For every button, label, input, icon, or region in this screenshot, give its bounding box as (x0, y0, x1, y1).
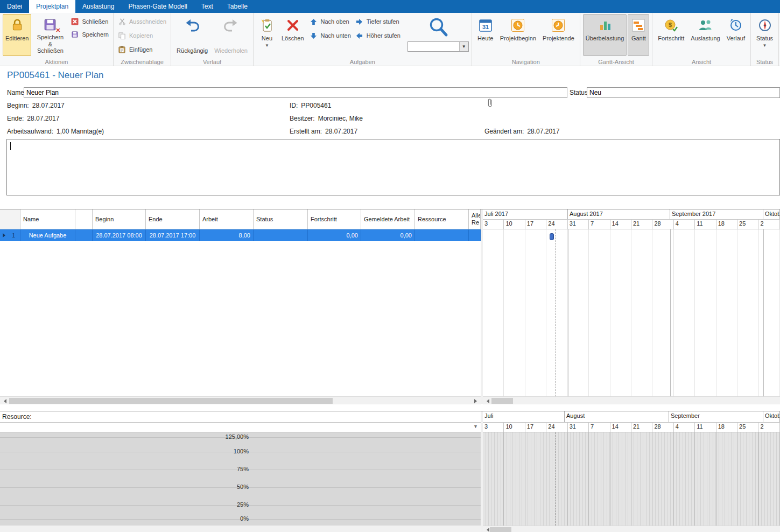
schliessen-button[interactable]: Schließen (69, 17, 110, 26)
tab-tabelle[interactable]: Tabelle (220, 0, 255, 13)
name-input[interactable] (24, 87, 567, 98)
nach-unten-button[interactable]: Nach unten (308, 31, 353, 40)
progress-icon: $ (663, 17, 679, 33)
ribbon-group-status: Status ▼ Status (751, 13, 779, 66)
fortschritt-button[interactable]: $ Fortschritt (655, 14, 687, 56)
search-icon[interactable] (427, 17, 449, 38)
svg-text:31: 31 (482, 24, 489, 30)
column-header-status[interactable]: Status (254, 209, 308, 229)
scroll-thumb[interactable] (491, 398, 513, 404)
gantt-icon (630, 17, 647, 33)
column-header-name[interactable]: Name (20, 209, 75, 229)
scroll-thumb[interactable] (9, 398, 333, 404)
task-grid-rows: 1Neue Aufgabe28.07.2017 08:0028.07.2017 … (0, 229, 481, 241)
auslastung-button[interactable]: Auslastung (688, 14, 722, 56)
ribbon-group-zwischenablage: Ausschneiden Kopieren Einfügen Zwischena… (114, 13, 171, 66)
week-gridline (589, 229, 610, 396)
tab-projektplan[interactable]: Projektplan (29, 0, 75, 13)
week-gridline (483, 229, 504, 396)
gantt-day-header: 310172431714212841118252 (483, 220, 780, 229)
column-header-beginn[interactable]: Beginn (93, 209, 146, 229)
timeline-day: 28 (652, 220, 673, 229)
timeline-month: Juli 2017 (483, 209, 568, 219)
main-split: NameBeginnEndeArbeitStatusFortschrittGem… (0, 209, 780, 404)
task-filter-dropdown-button[interactable]: ▼ (459, 42, 468, 51)
projektbeginn-button[interactable]: Projektbeginn (497, 14, 539, 56)
ueberbelastung-label: Überbelastung (586, 35, 624, 42)
scroll-thumb[interactable] (490, 527, 511, 532)
status-button[interactable]: Status ▼ (754, 14, 776, 56)
wiederholen-button[interactable]: Wiederholen (212, 14, 250, 56)
ausschneiden-button[interactable]: Ausschneiden (116, 17, 168, 26)
week-gridline (610, 229, 631, 396)
tiefer-stufen-button[interactable]: Tiefer stufen (354, 17, 402, 26)
tab-phasen-gate-modell[interactable]: Phasen-Gate Modell (121, 0, 194, 13)
scroll-left-button[interactable] (0, 397, 8, 404)
overload-icon (597, 17, 613, 33)
ribbon-group-aktionen: Editieren ✕ Speichern & Schließen Schlie… (0, 13, 114, 66)
group-label-ansicht: Ansicht (652, 59, 750, 65)
column-header-blank[interactable] (75, 209, 93, 229)
column-header-arbeit[interactable]: Arbeit (200, 209, 254, 229)
chevron-down-icon: ▼ (265, 44, 269, 48)
tab-auslastung[interactable]: Auslastung (75, 0, 121, 13)
timeline-day: 11 (695, 220, 716, 229)
kopieren-button[interactable]: Kopieren (116, 31, 168, 40)
ribbon: Editieren ✕ Speichern & Schließen Schlie… (0, 13, 780, 66)
gantt-toggle[interactable]: Gantt (628, 14, 649, 56)
notes-textarea[interactable] (6, 139, 780, 195)
chart-y-label: 0% (0, 515, 249, 522)
week-gridline (546, 229, 567, 396)
week-gridline (652, 432, 673, 526)
week-gridline (589, 432, 610, 526)
verlauf-button[interactable]: Verlauf (724, 14, 748, 56)
arrow-right-icon (355, 17, 364, 26)
group-label-verlauf: Verlauf (171, 59, 253, 65)
task-row[interactable]: 1Neue Aufgabe28.07.2017 08:0028.07.2017 … (0, 229, 481, 241)
loeschen-button[interactable]: Löschen (279, 14, 307, 56)
wiederholen-label: Wiederholen (214, 47, 248, 54)
verlauf-ansicht-label: Verlauf (727, 35, 745, 42)
week-gridline (759, 432, 780, 526)
tab-datei[interactable]: Datei (0, 0, 29, 13)
scroll-left-button[interactable] (483, 397, 491, 404)
speichern-button[interactable]: Speichern (69, 30, 110, 39)
speichern-schliessen-button[interactable]: ✕ Speichern & Schließen (32, 14, 68, 56)
task-filter-input[interactable] (408, 42, 459, 51)
save-icon (71, 30, 79, 39)
status-input[interactable] (587, 87, 780, 98)
paperclip-icon[interactable] (487, 97, 493, 108)
close-icon (71, 17, 79, 26)
chevron-down-icon: ▼ (462, 44, 466, 49)
task-cell (469, 229, 481, 241)
editieren-label: Editieren (5, 35, 29, 42)
column-header-fortschritt[interactable]: Fortschritt (308, 209, 361, 229)
task-cell (75, 229, 93, 241)
scroll-right-button[interactable] (473, 397, 481, 404)
column-header-ressource[interactable]: Ressource (415, 209, 469, 229)
chevron-down-icon[interactable]: ▼ (473, 424, 478, 429)
neu-button[interactable]: Neu ▼ (256, 14, 278, 56)
tab-text[interactable]: Text (194, 0, 220, 13)
chevron-down-icon: ▼ (763, 44, 767, 48)
column-header-gemeldete-arbeit[interactable]: Gemeldete Arbeit (361, 209, 415, 229)
column-header-ende[interactable]: Ende (146, 209, 200, 229)
ueberbelastung-toggle[interactable]: Überbelastung (583, 14, 627, 56)
heute-button[interactable]: 31 Heute (475, 14, 496, 56)
editieren-button[interactable]: Editieren (3, 14, 31, 56)
column-header-blank[interactable] (0, 209, 20, 229)
save-close-icon: ✕ (42, 17, 58, 32)
nach-oben-label: Nach oben (321, 18, 349, 25)
rueckgaengig-button[interactable]: Rückgängig (174, 14, 210, 56)
timeline-day: 24 (546, 423, 567, 432)
timeline-day: 14 (610, 423, 631, 432)
besitzer-field: Besitzer:Morciniec, Mike (290, 115, 363, 122)
arbeitsaufwand-field: Arbeitsaufwand:1,00 Manntag(e) (7, 128, 104, 135)
column-header-alle-re[interactable]: Alle Re (469, 209, 481, 229)
einfuegen-button[interactable]: Einfügen (116, 45, 168, 54)
hoeher-stufen-button[interactable]: Höher stufen (354, 31, 402, 40)
projektende-button[interactable]: Projektende (540, 14, 577, 56)
nach-oben-button[interactable]: Nach oben (308, 17, 353, 26)
gantt-body (483, 229, 780, 396)
week-gridline (525, 229, 546, 396)
